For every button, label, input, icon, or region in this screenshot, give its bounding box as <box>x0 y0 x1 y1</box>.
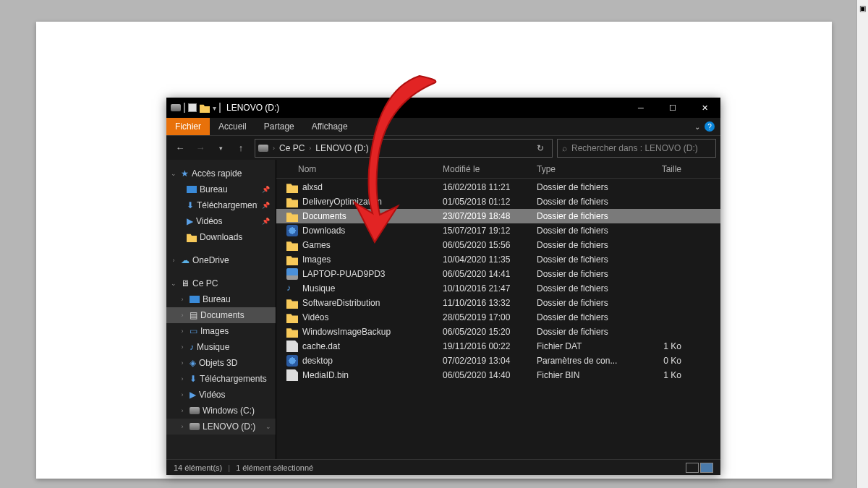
sidebar-item-drive-c[interactable]: ›Windows (C:) <box>166 403 276 419</box>
view-details-button[interactable] <box>686 463 699 473</box>
close-button[interactable]: ✕ <box>689 98 720 118</box>
expand-icon[interactable]: › <box>178 359 187 367</box>
title-bar[interactable]: ▾ LENOVO (D:) ─ ☐ ✕ <box>166 98 720 118</box>
sidebar-item-this-pc[interactable]: ⌄🖥Ce PC <box>166 275 276 291</box>
help-icon[interactable]: ? <box>705 121 715 132</box>
table-row[interactable]: Images10/04/2020 11:35Dossier de fichier… <box>276 252 720 267</box>
search-placeholder: Rechercher dans : LENOVO (D:) <box>571 143 698 153</box>
sidebar-item-label: OneDrive <box>192 255 229 265</box>
sidebar-item-desktop[interactable]: Bureau📌 <box>166 181 276 197</box>
table-row[interactable]: LAPTOP-PUAD9PD306/05/2020 14:41Dossier d… <box>276 267 720 281</box>
file-type: Dossier de fichiers <box>537 283 638 294</box>
sidebar-item-music[interactable]: ›♪Musique <box>166 339 276 355</box>
nav-forward-button[interactable]: → <box>191 139 210 158</box>
expand-icon[interactable]: › <box>178 423 187 430</box>
folder-icon <box>187 232 197 242</box>
sidebar-item-label: Ce PC <box>192 278 218 288</box>
nav-back-button[interactable]: ← <box>171 139 190 158</box>
tab-file[interactable]: Fichier <box>166 118 210 135</box>
drive-icon <box>190 407 200 414</box>
table-row[interactable]: cache.dat19/11/2016 00:22Fichier DAT1 Ko <box>276 339 720 354</box>
file-modified: 06/05/2020 15:56 <box>443 240 537 250</box>
expand-icon[interactable]: › <box>169 257 178 264</box>
breadcrumb[interactable]: LENOVO (D:) <box>315 143 368 153</box>
expand-icon[interactable]: › <box>178 312 187 319</box>
sidebar-item-drive-d[interactable]: ›LENOVO (D:)⌄ <box>166 419 276 435</box>
table-row[interactable]: desktop07/02/2019 13:04Paramètres de con… <box>276 354 720 368</box>
maximize-button[interactable]: ☐ <box>657 98 689 118</box>
sidebar-item-videos[interactable]: ▶Vidéos📌 <box>166 213 276 229</box>
file-name: Documents <box>302 211 346 221</box>
tab-home[interactable]: Accueil <box>210 118 255 135</box>
sidebar-item-downloads-folder[interactable]: Downloads <box>166 229 276 245</box>
sidebar-item-downloads[interactable]: ›⬇Téléchargements <box>166 371 276 387</box>
table-row[interactable]: DeliveryOptimization01/05/2018 01:12Doss… <box>276 194 720 209</box>
file-explorer-window: ▾ LENOVO (D:) ─ ☐ ✕ Fichier Accueil Part… <box>166 98 720 475</box>
expand-icon[interactable]: › <box>178 391 187 398</box>
sidebar-item-label: Downloads <box>200 232 242 242</box>
sidebar-item-label: Vidéos <box>196 216 222 226</box>
tab-share[interactable]: Partage <box>255 118 303 135</box>
sidebar-item-downloads[interactable]: ⬇Téléchargements📌 <box>166 197 276 213</box>
file-modified: 28/05/2019 17:00 <box>443 312 537 322</box>
breadcrumb[interactable]: Ce PC <box>279 143 305 153</box>
expand-icon[interactable]: › <box>178 296 187 303</box>
table-row[interactable]: Games06/05/2020 15:56Dossier de fichiers <box>276 238 720 252</box>
pin-icon: 📌 <box>262 186 273 193</box>
nav-history-button[interactable]: ▾ <box>211 139 230 158</box>
expand-icon[interactable]: › <box>178 343 187 351</box>
sidebar-item-label: Images <box>200 326 229 336</box>
ribbon-expand-icon[interactable]: ⌄ <box>694 123 700 131</box>
folder-icon <box>286 196 298 207</box>
sidebar-item-onedrive[interactable]: ›☁OneDrive <box>166 252 276 268</box>
expand-icon[interactable]: › <box>178 375 187 382</box>
sidebar-item-3d-objects[interactable]: ›◈Objets 3D <box>166 355 276 371</box>
column-header-type[interactable]: Type <box>537 164 638 174</box>
table-row[interactable]: Vidéos28/05/2019 17:00Dossier de fichier… <box>276 310 720 325</box>
table-row[interactable]: MediaID.bin06/05/2020 14:40Fichier BIN1 … <box>276 368 720 382</box>
expand-icon[interactable]: › <box>178 328 187 335</box>
file-modified: 07/02/2019 13:04 <box>443 356 537 366</box>
search-input[interactable]: ⌕ Rechercher dans : LENOVO (D:) <box>557 139 716 158</box>
file-size: 1 Ko <box>638 370 689 380</box>
collapse-icon[interactable]: ⌄ <box>169 170 178 177</box>
sidebar-item-images[interactable]: ›▭Images <box>166 323 276 339</box>
column-header-size[interactable]: Taille <box>638 164 689 174</box>
drive-icon <box>190 423 200 430</box>
file-name: SoftwareDistribution <box>302 298 380 308</box>
collapse-icon[interactable]: ⌄ <box>169 280 178 287</box>
table-row[interactable]: Downloads15/07/2017 19:12Dossier de fich… <box>276 223 720 238</box>
sidebar-item-videos[interactable]: ›▶Vidéos <box>166 387 276 403</box>
column-header-modified[interactable]: Modifié le <box>443 164 537 174</box>
sidebar-item-quick-access[interactable]: ⌄ ★ Accès rapide <box>166 166 276 181</box>
table-row[interactable]: ♪Musique10/10/2016 21:47Dossier de fichi… <box>276 281 720 296</box>
video-icon: ▶ <box>190 390 196 400</box>
drive-icon <box>171 104 181 111</box>
table-row[interactable]: SoftwareDistribution11/10/2016 13:32Doss… <box>276 296 720 310</box>
file-type: Dossier de fichiers <box>537 211 638 221</box>
column-header-name[interactable]: Nom <box>276 164 443 174</box>
minimize-button[interactable]: ─ <box>625 98 657 118</box>
sidebar-item-label: Musique <box>197 342 229 352</box>
chevron-down-icon[interactable]: ⌄ <box>264 423 273 430</box>
pc-icon <box>286 268 298 280</box>
file-type: Fichier BIN <box>537 370 638 380</box>
file-type: Dossier de fichiers <box>537 327 638 337</box>
qat-overflow[interactable]: ▾ <box>213 104 216 112</box>
expand-icon[interactable]: › <box>178 407 187 414</box>
sidebar-item-desktop[interactable]: ›Bureau <box>166 291 276 307</box>
refresh-button[interactable]: ↻ <box>532 143 549 153</box>
nav-up-button[interactable]: ↑ <box>231 139 250 158</box>
separator: | <box>222 463 236 472</box>
scrollbar-right[interactable]: ▣ <box>856 0 868 488</box>
sidebar-item-documents[interactable]: ›▤Documents <box>166 307 276 323</box>
address-bar[interactable]: › Ce PC › LENOVO (D:) › ↻ <box>255 139 553 158</box>
status-bar: 14 élément(s) | 1 élément sélectionné <box>166 459 720 475</box>
tab-view[interactable]: Affichage <box>303 118 357 135</box>
view-icons-button[interactable] <box>700 463 713 473</box>
table-row[interactable]: WindowsImageBackup06/05/2020 15:20Dossie… <box>276 325 720 339</box>
folder-icon <box>286 297 298 309</box>
music-icon: ♪ <box>286 283 298 294</box>
table-row[interactable]: alxsd16/02/2018 11:21Dossier de fichiers <box>276 180 720 194</box>
table-row[interactable]: Documents23/07/2019 18:48Dossier de fich… <box>276 209 720 223</box>
